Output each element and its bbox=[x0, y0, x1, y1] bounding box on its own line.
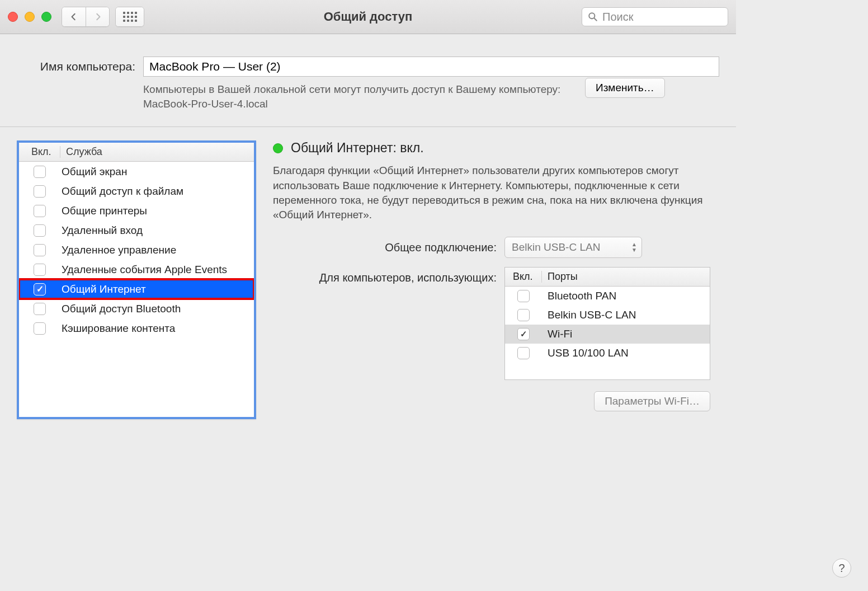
search-icon bbox=[588, 12, 598, 22]
chevron-right-icon bbox=[94, 13, 102, 21]
services-header-service: Служба bbox=[60, 146, 102, 158]
services-table: Вкл. Служба Общий экранОбщий доступ к фа… bbox=[17, 140, 256, 419]
edit-name-button[interactable]: Изменить… bbox=[585, 78, 665, 98]
service-row[interactable]: Удаленное управление bbox=[19, 240, 254, 260]
service-checkbox[interactable] bbox=[34, 283, 46, 296]
window-controls bbox=[8, 12, 51, 22]
search-field[interactable]: Поиск bbox=[582, 7, 728, 26]
ports-header-name: Порты bbox=[542, 271, 578, 283]
share-from-popup[interactable]: Belkin USB-C LAN ▲▼ bbox=[504, 237, 642, 258]
service-label: Общий экран bbox=[60, 166, 127, 178]
port-checkbox[interactable] bbox=[517, 290, 530, 302]
show-all-button[interactable] bbox=[115, 7, 144, 27]
port-label: USB 10/100 LAN bbox=[542, 347, 629, 359]
ports-header: Вкл. Порты bbox=[505, 268, 710, 287]
port-row[interactable]: USB 10/100 LAN bbox=[505, 344, 710, 363]
service-label: Общие принтеры bbox=[60, 205, 147, 217]
ports-header-on: Вкл. bbox=[505, 271, 542, 283]
service-checkbox[interactable] bbox=[34, 303, 46, 315]
service-row[interactable]: Удаленный вход bbox=[19, 221, 254, 240]
forward-button[interactable] bbox=[86, 7, 109, 26]
titlebar: Общий доступ Поиск bbox=[0, 0, 736, 34]
service-checkbox[interactable] bbox=[34, 264, 46, 276]
service-row[interactable]: Общие принтеры bbox=[19, 201, 254, 221]
service-row[interactable]: Кэширование контента bbox=[19, 318, 254, 338]
service-checkbox[interactable] bbox=[34, 322, 46, 335]
port-label: Bluetooth PAN bbox=[542, 290, 616, 302]
wifi-options-button[interactable]: Параметры Wi-Fi… bbox=[594, 391, 710, 411]
service-checkbox[interactable] bbox=[34, 166, 46, 178]
service-row[interactable]: Общий экран bbox=[19, 162, 254, 181]
service-checkbox[interactable] bbox=[34, 185, 46, 198]
port-row[interactable]: Belkin USB-C LAN bbox=[505, 306, 710, 325]
services-header-on: Вкл. bbox=[19, 146, 60, 158]
svg-line-1 bbox=[594, 18, 596, 20]
updown-icon: ▲▼ bbox=[631, 242, 637, 253]
port-checkbox[interactable] bbox=[517, 309, 530, 321]
service-row[interactable]: Общий доступ Bluetooth bbox=[19, 299, 254, 318]
port-label: Wi-Fi bbox=[542, 328, 572, 340]
share-from-value: Belkin USB-C LAN bbox=[512, 241, 600, 254]
port-row[interactable]: ✓Wi-Fi bbox=[505, 325, 710, 344]
grid-icon bbox=[123, 12, 137, 22]
service-label: Удаленный вход bbox=[60, 224, 143, 237]
service-checkbox[interactable] bbox=[34, 224, 46, 237]
computer-name-hint: Компьютеры в Вашей локальной сети могут … bbox=[143, 82, 574, 111]
chevron-left-icon bbox=[70, 13, 78, 21]
port-row[interactable]: Bluetooth PAN bbox=[505, 287, 710, 306]
ports-table: Вкл. Порты Bluetooth PANBelkin USB-C LAN… bbox=[504, 267, 710, 380]
service-label: Общий Интернет bbox=[60, 283, 146, 296]
service-row[interactable]: Удаленные события Apple Events bbox=[19, 260, 254, 279]
port-checkbox[interactable] bbox=[517, 347, 530, 359]
zoom-window-button[interactable] bbox=[41, 12, 51, 22]
close-window-button[interactable] bbox=[8, 12, 18, 22]
service-description: Благодаря функции «Общий Интернет» польз… bbox=[273, 163, 719, 222]
service-label: Кэширование контента bbox=[60, 322, 175, 335]
services-header: Вкл. Служба bbox=[19, 143, 254, 162]
port-label: Belkin USB-C LAN bbox=[542, 309, 636, 321]
service-row[interactable]: Общий Интернет bbox=[19, 279, 254, 299]
service-detail: Общий Интернет: вкл. Благодаря функции «… bbox=[273, 140, 719, 420]
service-label: Удаленные события Apple Events bbox=[60, 264, 227, 276]
service-row[interactable]: Общий доступ к файлам bbox=[19, 181, 254, 201]
back-button[interactable] bbox=[62, 7, 86, 26]
minimize-window-button[interactable] bbox=[25, 12, 35, 22]
service-label: Общий доступ Bluetooth bbox=[60, 303, 181, 315]
service-checkbox[interactable] bbox=[34, 205, 46, 217]
service-label: Удаленное управление bbox=[60, 244, 176, 256]
computer-name-section: Имя компьютера: Компьютеры в Вашей локал… bbox=[0, 34, 736, 127]
status-text: Общий Интернет: вкл. bbox=[291, 140, 424, 156]
service-checkbox[interactable] bbox=[34, 244, 46, 256]
search-placeholder: Поиск bbox=[602, 11, 633, 24]
share-from-label: Общее подключение: bbox=[273, 237, 497, 255]
computer-name-input[interactable] bbox=[143, 57, 719, 77]
service-label: Общий доступ к файлам bbox=[60, 185, 183, 198]
nav-back-forward bbox=[62, 7, 110, 27]
sharing-body: Вкл. Служба Общий экранОбщий доступ к фа… bbox=[0, 127, 736, 434]
to-computers-label: Для компьютеров, использующих: bbox=[273, 267, 497, 285]
port-checkbox[interactable]: ✓ bbox=[517, 328, 530, 340]
status-indicator-icon bbox=[273, 143, 283, 153]
computer-name-label: Имя компьютера: bbox=[17, 57, 135, 73]
